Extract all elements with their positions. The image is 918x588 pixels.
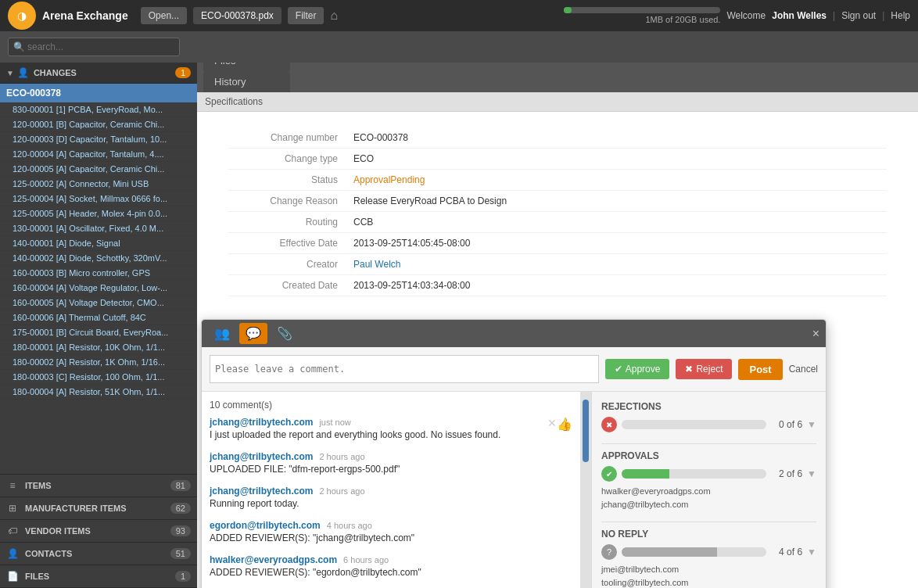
spec-row: Status ApprovalPending — [228, 170, 887, 191]
part-item[interactable]: 160-00003 [B] Micro controller, GPS — [0, 266, 197, 281]
part-item[interactable]: 180-00002 [A] Resistor, 1K Ohm, 1/16... — [0, 355, 197, 370]
comment-author: jchang@trilbytech.com — [210, 417, 313, 428]
comment-time: just now — [319, 418, 350, 427]
reject-button[interactable]: ✖ Reject — [676, 359, 732, 379]
comment-time: 4 hours ago — [327, 521, 372, 530]
tab-files[interactable]: Files — [203, 63, 290, 71]
spec-value: ECO-000378 — [353, 132, 887, 143]
rejections-row: ✖ 0 of 6 ▼ — [601, 417, 816, 432]
comment-input[interactable] — [210, 355, 599, 383]
spec-value: CCB — [353, 217, 887, 228]
no-reply-name: tooling@trilbytech.com — [601, 576, 816, 589]
user-name: John Welles — [772, 10, 827, 21]
content-area: SummaryAffected ItemsApproversFilesHisto… — [197, 63, 918, 588]
approve-button[interactable]: ✔ Approve — [605, 359, 670, 379]
main-layout: ▼ 👤 CHANGES 1 ECO-000378 830-00001 [1] P… — [0, 63, 918, 588]
sign-out-link[interactable]: Sign out — [841, 10, 876, 21]
approval-name: hwalker@everyroadgps.com — [601, 485, 816, 498]
sidebar-nav-item-contacts[interactable]: 👤 CONTACTS 51 — [0, 543, 197, 565]
part-item[interactable]: 180-00001 [A] Resistor, 10K Ohm, 1/1... — [0, 340, 197, 355]
sidebar-nav-item-vendor-items[interactable]: 🏷 VENDOR ITEMS 93 — [0, 520, 197, 543]
comment-header: jchang@trilbytech.com 2 hours ago — [210, 451, 572, 462]
comment-text: ADDED REVIEWER(S): "jchang@trilbytech.co… — [210, 532, 572, 543]
tab-items-container: SummaryAffected ItemsApproversFilesHisto… — [203, 63, 290, 92]
spec-row: Change number ECO-000378 — [228, 127, 887, 149]
no-reply-icon: ? — [601, 544, 617, 560]
approve-check-icon: ✔ — [615, 364, 622, 375]
spec-key: Effective Date — [228, 238, 353, 249]
part-item[interactable]: 180-00004 [A] Resistor, 51K Ohm, 1/1... — [0, 385, 197, 400]
post-button[interactable]: Post — [738, 359, 782, 380]
eco-item[interactable]: ECO-000378 — [0, 84, 197, 102]
rejections-chevron-icon[interactable]: ▼ — [807, 419, 816, 430]
filter-button[interactable]: Filter — [288, 7, 325, 24]
comment-text: UPLOADED FILE: "dfm-report-ergps-500.pdf… — [210, 464, 572, 475]
spec-key: Created Date — [228, 280, 353, 291]
search-bar: 🔍 — [0, 31, 918, 63]
comment-text: Running report today. — [210, 498, 572, 509]
part-item[interactable]: 125-00004 [A] Socket, Millmax 0666 fo... — [0, 192, 197, 206]
comment-like-icon[interactable]: 👍 — [557, 417, 572, 432]
part-item[interactable]: 160-00006 [A] Thermal Cutoff, 84C — [0, 310, 197, 325]
rejections-section: REJECTIONS ✖ 0 of 6 ▼ — [601, 401, 816, 432]
no-reply-count: 4 of 6 — [771, 547, 802, 558]
search-input[interactable] — [8, 38, 180, 56]
spec-value: ApprovalPending — [353, 174, 887, 185]
overlay-comment-btn[interactable]: 💬 — [239, 323, 267, 344]
part-item[interactable]: 180-00003 [C] Resistor, 100 Ohm, 1/1... — [0, 370, 197, 385]
part-item[interactable]: 140-00002 [A] Diode, Schottky, 320mV... — [0, 251, 197, 266]
comment-delete-icon[interactable]: ✕ — [547, 417, 557, 429]
nav-label: MANUFACTURER ITEMS — [25, 504, 170, 513]
search-icon: 🔍 — [13, 41, 25, 52]
comment-entry: hwalker@everyroadgps.com 6 hours ago ADD… — [210, 554, 572, 578]
sidebar-nav-item-items[interactable]: ≡ ITEMS 81 — [0, 475, 197, 497]
approvals-chevron-icon[interactable]: ▼ — [807, 468, 816, 479]
part-item[interactable]: 160-00005 [A] Voltage Detector, CMO... — [0, 296, 197, 310]
nav-count: 1 — [175, 571, 191, 582]
no-reply-names: jmei@trilbytech.comtooling@trilbytech.co… — [601, 563, 816, 588]
top-bar: ◑ Arena Exchange Open... ECO-000378.pdx … — [0, 0, 918, 31]
nav-count: 51 — [170, 548, 191, 559]
part-item[interactable]: 125-00002 [A] Connector, Mini USB — [0, 177, 197, 192]
part-item[interactable]: 130-00001 [A] Oscillator, Fixed, 4.0 M..… — [0, 221, 197, 236]
part-item[interactable]: 120-00001 [B] Capacitor, Ceramic Chi... — [0, 117, 197, 132]
help-link[interactable]: Help — [891, 10, 910, 21]
changes-section-header[interactable]: ▼ 👤 CHANGES 1 — [0, 63, 197, 84]
tab-history[interactable]: History — [203, 71, 290, 92]
no-reply-section: NO REPLY ? 4 of 6 ▼ jmei@trilbytech.comt… — [601, 529, 816, 588]
comment-entry: egordon@trilbytech.com 4 hours ago ADDED… — [210, 520, 572, 543]
overlay-attach-btn[interactable]: 📎 — [271, 323, 299, 344]
part-item[interactable]: 120-00005 [A] Capacitor, Ceramic Chi... — [0, 162, 197, 177]
part-item[interactable]: 160-00004 [A] Voltage Regulator, Low-... — [0, 281, 197, 296]
home-icon[interactable]: ⌂ — [330, 9, 338, 23]
spec-row: Change type ECO — [228, 149, 887, 170]
approvals-title: APPROVALS — [601, 450, 816, 461]
overlay-close-btn[interactable]: × — [812, 327, 819, 341]
overlay-people-btn[interactable]: 👥 — [208, 323, 236, 344]
part-item[interactable]: 120-00004 [A] Capacitor, Tantalum, 4.... — [0, 147, 197, 162]
comment-overlay: 👥 💬 📎 × ✔ Approve ✖ Reject Post — [201, 319, 827, 588]
comment-scrollbar[interactable] — [580, 392, 591, 588]
sidebar-nav-item-manufacturer-items[interactable]: ⊞ MANUFACTURER ITEMS 62 — [0, 497, 197, 520]
app-title: Arena Exchange — [42, 9, 128, 22]
sidebar-nav-item-files[interactable]: 📄 FILES 1 — [0, 565, 197, 588]
user-area: Welcome John Welles | Sign out | Help — [726, 10, 910, 21]
no-reply-chevron-icon[interactable]: ▼ — [807, 547, 816, 558]
approvals-row: ✔ 2 of 6 ▼ — [601, 466, 816, 482]
scrollbar-thumb — [583, 400, 589, 462]
open-button[interactable]: Open... — [141, 7, 187, 24]
spec-key: Creator — [228, 259, 353, 270]
comment-header: jchang@trilbytech.com 2 hours ago — [210, 486, 572, 497]
specs-label: Specifications — [197, 92, 918, 112]
no-reply-title: NO REPLY — [601, 529, 816, 540]
approvals-bar-fill — [622, 469, 669, 479]
spec-row: Routing CCB — [228, 212, 887, 233]
part-item[interactable]: 830-00001 [1] PCBA, EveryRoad, Mo... — [0, 102, 197, 117]
part-item[interactable]: 140-00001 [A] Diode, Signal — [0, 236, 197, 251]
part-item[interactable]: 125-00005 [A] Header, Molex 4-pin 0.0... — [0, 206, 197, 221]
part-item[interactable]: 175-00001 [B] Circuit Board, EveryRoa... — [0, 325, 197, 340]
comment-header: jchang@trilbytech.com just now — [210, 417, 572, 428]
spec-row: Effective Date 2013-09-25T14:05:45-08:00 — [228, 233, 887, 254]
part-item[interactable]: 120-00003 [D] Capacitor, Tantalum, 10... — [0, 132, 197, 147]
cancel-button[interactable]: Cancel — [789, 364, 818, 375]
